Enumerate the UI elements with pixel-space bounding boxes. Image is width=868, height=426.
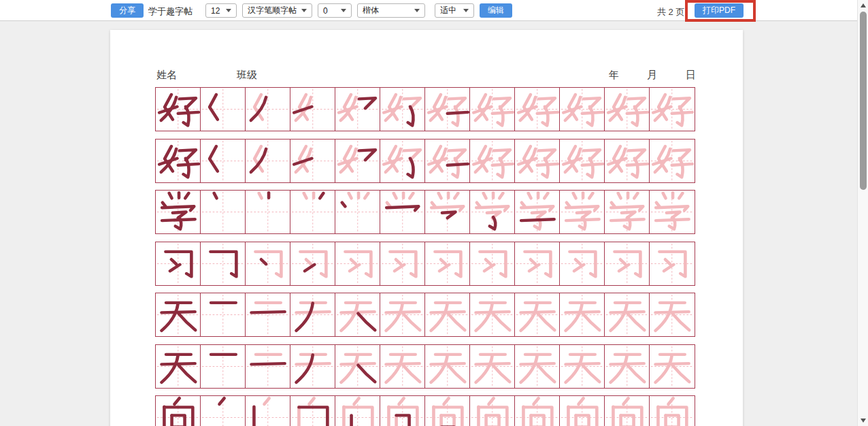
grid-cell [380, 242, 426, 286]
scroll-down-arrow-icon[interactable] [861, 419, 866, 423]
grid-cell [290, 395, 336, 426]
edit-button[interactable]: 编辑 [480, 3, 512, 18]
chevron-down-icon [226, 9, 231, 12]
grid-cell [200, 87, 246, 131]
offset-select[interactable]: 0 [318, 3, 352, 18]
practice-grid [155, 87, 695, 426]
grid-cell [424, 293, 471, 337]
grid-cell [290, 293, 336, 337]
font-size-select[interactable]: 12 [205, 3, 237, 18]
grid-cell [155, 190, 201, 234]
grid-cell [559, 242, 605, 286]
grid-cell [514, 87, 561, 131]
scroll-up-arrow-icon[interactable] [861, 3, 866, 7]
grid-cell [559, 87, 605, 131]
grid-cell [245, 395, 291, 426]
grid-cell [424, 344, 471, 389]
template-select[interactable]: 汉字笔顺字帖 [242, 3, 312, 18]
grid-cell [469, 344, 516, 389]
grid-cell [155, 87, 201, 131]
font-select[interactable]: 楷体 [357, 3, 425, 18]
grid-row [155, 242, 695, 286]
grid-cell [604, 293, 650, 337]
grid-cell [290, 344, 336, 389]
grid-cell [469, 139, 516, 183]
template-value: 汉字笔顺字帖 [248, 5, 297, 16]
grid-cell [290, 190, 336, 234]
class-label: 班级 [237, 69, 257, 82]
grid-cell [469, 190, 516, 234]
grid-cell [245, 139, 291, 183]
grid-cell [649, 344, 695, 389]
grid-cell [604, 395, 650, 426]
font-size-value: 12 [211, 6, 220, 16]
grid-cell [469, 87, 516, 131]
grid-cell [514, 344, 561, 389]
scrollbar[interactable] [857, 0, 868, 426]
grid-cell [514, 190, 561, 234]
toolbar: 分享 学于趣字帖 12 汉字笔顺字帖 0 楷体 适中 编辑 共 2 页 打印PD… [0, 0, 868, 21]
grid-cell [200, 190, 246, 234]
brand-title: 学于趣字帖 [148, 5, 193, 20]
grid-cell [380, 293, 426, 337]
grid-cell [424, 139, 471, 183]
grid-cell [380, 139, 426, 183]
grid-cell [155, 395, 201, 426]
grid-cell [245, 344, 291, 389]
grid-cell [380, 395, 426, 426]
grid-cell [514, 293, 561, 337]
grid-cell [424, 87, 471, 131]
grid-cell [200, 293, 246, 337]
grid-cell [559, 395, 605, 426]
offset-value: 0 [323, 6, 328, 16]
share-button[interactable]: 分享 [111, 3, 144, 18]
grid-cell [649, 190, 695, 234]
canvas-area: 姓名 班级 年 月 日 [0, 21, 857, 426]
scrollbar-thumb[interactable] [860, 12, 867, 190]
grid-cell [649, 293, 695, 337]
grid-cell [604, 242, 650, 286]
grid-cell [380, 344, 426, 389]
grid-cell [245, 242, 291, 286]
grid-cell [290, 242, 336, 286]
grid-cell [604, 139, 650, 183]
grid-cell [559, 293, 605, 337]
grid-row [155, 293, 695, 337]
grid-cell [155, 242, 201, 286]
grid-cell [424, 395, 471, 426]
grid-cell [380, 87, 426, 131]
grid-row [155, 190, 695, 234]
grid-cell [335, 344, 381, 389]
print-pdf-button[interactable]: 打印PDF [695, 3, 744, 18]
worksheet-page: 姓名 班级 年 月 日 [110, 30, 743, 426]
grid-cell [649, 395, 695, 426]
grid-cell [155, 344, 201, 389]
grid-cell [514, 242, 561, 286]
grid-cell [245, 190, 291, 234]
grid-row [155, 87, 695, 131]
grid-cell [649, 139, 695, 183]
grid-cell [604, 190, 650, 234]
month-label: 月 [647, 69, 657, 82]
grid-cell [604, 87, 650, 131]
layout-select[interactable]: 适中 [435, 3, 474, 18]
grid-cell [245, 293, 291, 337]
grid-cell [200, 139, 246, 183]
grid-cell [290, 139, 336, 183]
grid-cell [604, 344, 650, 389]
layout-value: 适中 [440, 5, 456, 16]
grid-cell [559, 344, 605, 389]
page-count: 共 2 页 [657, 6, 684, 20]
grid-cell [335, 242, 381, 286]
grid-cell [424, 242, 471, 286]
grid-row [155, 139, 695, 183]
grid-cell [335, 395, 381, 426]
grid-cell [335, 293, 381, 337]
grid-cell [155, 139, 201, 183]
grid-cell [469, 242, 516, 286]
grid-cell [200, 242, 246, 286]
grid-row [155, 395, 695, 426]
grid-cell [200, 395, 246, 426]
name-label: 姓名 [156, 69, 177, 82]
grid-cell [245, 87, 291, 131]
